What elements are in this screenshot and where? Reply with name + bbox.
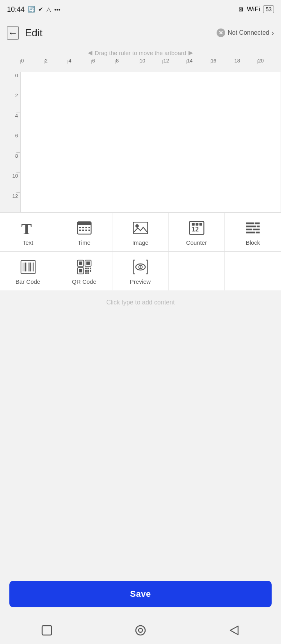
tool-image[interactable]: Image (112, 213, 169, 251)
circle-icon (134, 624, 147, 637)
svg-rect-3 (79, 227, 80, 228)
svg-point-52 (140, 266, 141, 268)
v-ruler: 0 2 4 6 8 10 12 (0, 72, 20, 212)
svg-rect-43 (87, 268, 89, 269)
svg-rect-41 (79, 269, 82, 272)
svg-rect-9 (85, 229, 87, 231)
triangle-back-icon (228, 624, 240, 637)
tool-empty-5 (225, 252, 281, 290)
artboard[interactable] (20, 72, 281, 212)
svg-rect-29 (25, 263, 26, 272)
h-mark-0: 0 (20, 58, 44, 64)
sync-icon: 🔄 (28, 6, 35, 13)
chevron-right-icon: › (272, 29, 274, 37)
svg-rect-49 (87, 272, 89, 274)
tool-qrcode-label: QR Code (72, 278, 96, 285)
svg-rect-20 (246, 226, 256, 227)
save-button[interactable]: Save (9, 581, 272, 607)
v-mark-10: 10 (0, 172, 20, 192)
nav-circle-button[interactable] (133, 623, 148, 637)
svg-rect-24 (246, 232, 255, 233)
tool-barcode-label: Bar Code (16, 278, 40, 285)
tool-qrcode[interactable]: QR Code (56, 252, 112, 290)
svg-rect-32 (29, 263, 29, 272)
time-icon (76, 220, 92, 236)
ruler-corner (0, 57, 20, 72)
svg-rect-46 (87, 270, 89, 272)
svg-rect-48 (85, 272, 86, 274)
tool-counter-label: Counter (186, 239, 207, 246)
barcode-icon (20, 259, 36, 275)
svg-text:T: T (21, 220, 32, 236)
wifi-icon: WiFi (247, 5, 260, 13)
more-icon: ••• (54, 6, 60, 13)
svg-point-55 (139, 628, 142, 632)
v-mark-12: 12 (0, 192, 20, 212)
svg-rect-22 (246, 229, 253, 230)
svg-marker-56 (230, 626, 238, 635)
save-button-wrapper: Save (0, 574, 281, 617)
h-ruler: 0 2 4 6 8 10 12 14 16 18 20 (20, 57, 281, 72)
h-mark-10: 10 (139, 58, 163, 64)
h-mark-6: 6 (91, 58, 115, 64)
image-icon (132, 220, 149, 236)
counter-icon: 12 (189, 220, 205, 236)
nav-back-button[interactable] (227, 623, 241, 637)
h-mark-14: 14 (186, 58, 210, 64)
status-right-icons: ⊠ WiFi 53 (238, 5, 274, 13)
svg-rect-16 (199, 223, 202, 226)
h-mark-18: 18 (234, 58, 258, 64)
tool-text-label: Text (23, 239, 34, 246)
bottom-nav (0, 617, 281, 644)
back-button[interactable]: ← (7, 26, 19, 40)
svg-rect-42 (85, 268, 86, 269)
svg-point-12 (135, 224, 139, 228)
status-time-area: 10:44 🔄 ✔ △ ••• (7, 5, 60, 14)
tool-block[interactable]: Block (225, 213, 281, 251)
svg-rect-11 (133, 222, 148, 234)
svg-rect-19 (255, 222, 260, 224)
cloud-icon: △ (46, 6, 51, 13)
svg-rect-37 (79, 262, 82, 265)
tools-row-1: T Text Time (0, 213, 281, 252)
svg-rect-30 (27, 263, 27, 272)
connection-label: Not Connected (228, 29, 269, 36)
tool-time[interactable]: Time (56, 213, 112, 251)
svg-text:12: 12 (191, 226, 199, 233)
h-ruler-numbers: 0 2 4 6 8 10 12 14 16 18 20 (20, 57, 281, 72)
connection-status-button[interactable]: ✕ Not Connected › (217, 28, 274, 37)
v-mark-2: 2 (0, 92, 20, 112)
h-ruler-row: 0 2 4 6 8 10 12 14 16 18 20 (0, 57, 281, 72)
v-mark-4: 4 (0, 112, 20, 132)
svg-rect-35 (33, 263, 34, 272)
nav-square-button[interactable] (40, 623, 54, 637)
tool-counter[interactable]: 12 Counter (169, 213, 225, 251)
svg-rect-53 (42, 626, 52, 635)
tool-barcode[interactable]: Bar Code (0, 252, 56, 290)
h-mark-16: 16 (210, 58, 234, 64)
click-hint: Click type to add content (0, 290, 281, 315)
svg-rect-4 (82, 227, 84, 228)
tool-block-label: Block (246, 239, 260, 246)
tools-section: T Text Time (0, 212, 281, 290)
battery-level: 53 (263, 5, 274, 13)
connection-icon: ✕ (217, 28, 225, 37)
battery-x-icon: ⊠ (238, 6, 244, 13)
canvas-area: 0 2 4 6 8 10 12 14 16 18 20 (0, 57, 281, 212)
svg-rect-45 (85, 270, 86, 272)
svg-rect-2 (77, 222, 91, 225)
h-mark-12: 12 (162, 58, 186, 64)
svg-rect-15 (196, 223, 198, 226)
tool-text[interactable]: T Text (0, 213, 56, 251)
svg-rect-6 (88, 227, 90, 228)
svg-rect-28 (24, 263, 24, 272)
tool-preview[interactable]: Preview (112, 252, 169, 290)
v-mark-0: 0 (0, 72, 20, 92)
svg-rect-5 (85, 227, 87, 228)
status-bar: 10:44 🔄 ✔ △ ••• ⊠ WiFi 53 (0, 0, 281, 19)
svg-rect-27 (23, 263, 23, 272)
text-icon: T (20, 220, 36, 236)
qrcode-icon (76, 259, 92, 275)
tool-empty-4 (169, 252, 225, 290)
svg-rect-18 (246, 222, 254, 224)
